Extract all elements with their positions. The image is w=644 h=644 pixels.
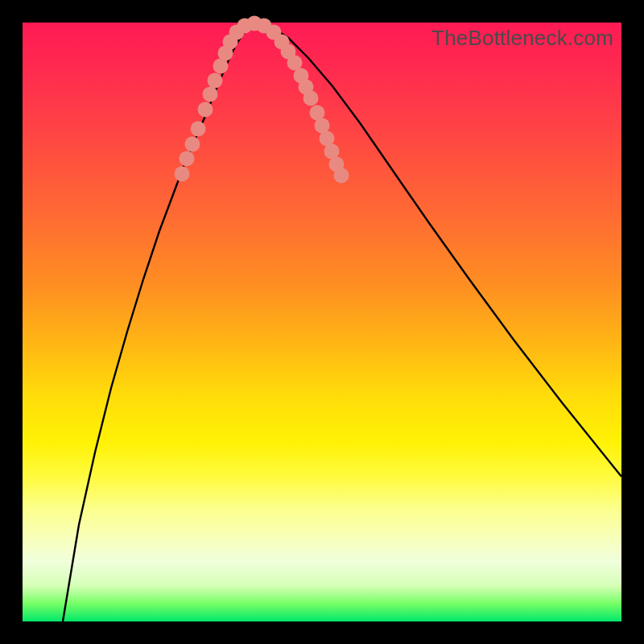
dot [191, 122, 206, 137]
dot [198, 102, 213, 118]
highlight-dots [175, 16, 349, 184]
chart-frame: TheBottleneck.com [0, 0, 644, 644]
plot-area: TheBottleneck.com [23, 23, 621, 621]
bottleneck-curve [23, 23, 621, 621]
dot [175, 167, 190, 182]
dot [208, 73, 223, 89]
dot [180, 151, 195, 167]
dot [334, 168, 349, 184]
dot [185, 137, 200, 152]
curve-line [63, 24, 621, 621]
dot [303, 91, 319, 106]
dot [203, 87, 218, 102]
